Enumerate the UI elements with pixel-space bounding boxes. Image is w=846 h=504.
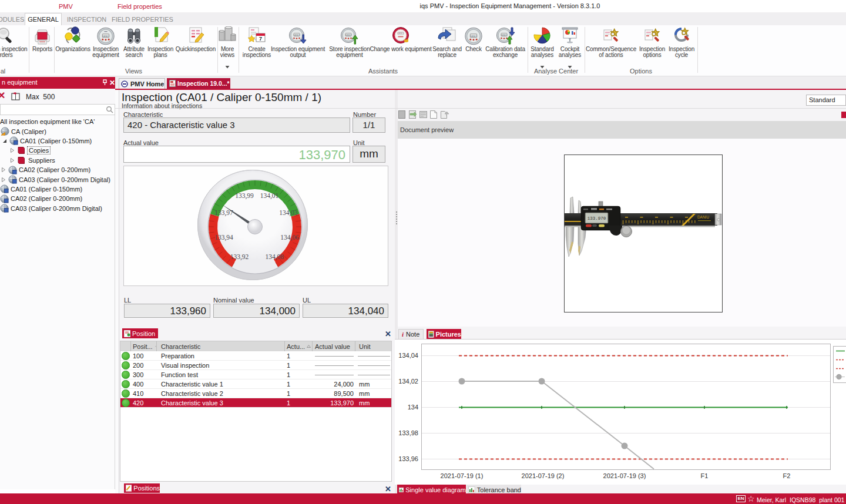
svg-text:133,94: 133,94 <box>214 234 233 241</box>
svg-text:DEMO: DEMO <box>501 34 508 36</box>
svg-text:133.970: 133.970 <box>588 216 606 221</box>
svg-text:2021-07-19 (3): 2021-07-19 (3) <box>603 472 646 479</box>
svg-text:134,02: 134,02 <box>398 378 418 385</box>
svg-text:F2: F2 <box>783 472 791 479</box>
svg-text:DEMO: DEMO <box>102 35 109 38</box>
svg-text:134,06: 134,06 <box>280 234 299 241</box>
svg-text:133,92: 133,92 <box>230 253 249 261</box>
svg-text:134,03: 134,03 <box>279 209 298 217</box>
svg-text:133,97: 133,97 <box>214 209 233 217</box>
svg-text:134,04: 134,04 <box>398 352 418 359</box>
svg-text:133,98: 133,98 <box>398 429 418 436</box>
svg-text:F1: F1 <box>701 472 709 479</box>
svg-text:DEMO: DEMO <box>470 35 476 38</box>
svg-text:2021-07-19 (1): 2021-07-19 (1) <box>441 472 484 479</box>
svg-text:7: 7 <box>259 36 262 42</box>
svg-text:DEMO: DEMO <box>294 34 300 36</box>
svg-text:DEMO: DEMO <box>398 32 404 35</box>
svg-text:134,01: 134,01 <box>260 192 279 200</box>
svg-text:133,99: 133,99 <box>235 192 254 200</box>
svg-text:134,08: 134,08 <box>265 253 284 261</box>
svg-text:133,96: 133,96 <box>398 455 418 462</box>
svg-text:134: 134 <box>408 404 418 411</box>
svg-text:DEMO: DEMO <box>345 34 352 36</box>
svg-text:DANIU: DANIU <box>697 215 710 219</box>
svg-text:2021-07-19 (2): 2021-07-19 (2) <box>522 472 565 479</box>
